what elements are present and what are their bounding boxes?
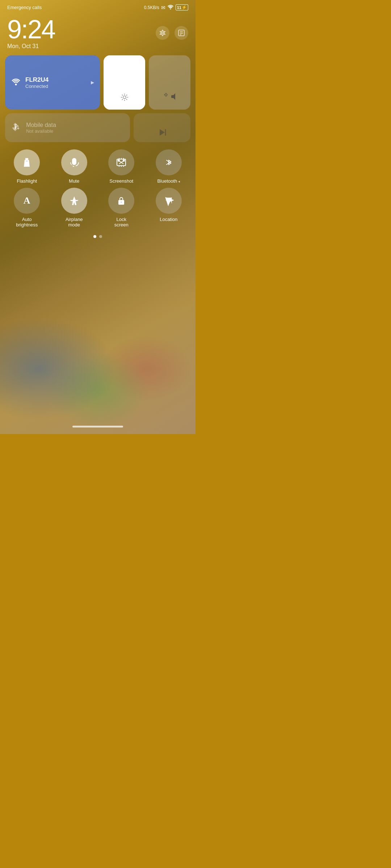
wifi-tile-icon: [11, 77, 21, 88]
airplane-mode-button[interactable]: Airplanemode: [52, 188, 96, 228]
svg-line-16: [122, 99, 122, 100]
page-dot-1: [93, 235, 96, 238]
svg-marker-25: [160, 129, 165, 136]
media-control-tile[interactable]: [134, 113, 190, 142]
volume-tile[interactable]: [149, 55, 190, 110]
home-indicator[interactable]: [72, 426, 123, 427]
mobile-data-tile[interactable]: Mobile data Not available: [5, 113, 130, 142]
network-speed: 0.5KB/s: [144, 5, 159, 10]
second-tiles-row: Mobile data Not available: [5, 113, 190, 142]
mobile-data-name: Mobile data: [26, 122, 56, 128]
clock-time: 9:24: [7, 16, 55, 42]
bluetooth-label: Bluetooth ◂: [157, 178, 180, 184]
settings-icon-button[interactable]: [156, 26, 169, 40]
svg-point-8: [123, 96, 126, 99]
flashlight-button[interactable]: Flashlight: [5, 149, 49, 184]
wifi-network-status: Connected: [25, 84, 49, 89]
mute-icon-circle: [61, 149, 87, 175]
page-indicators: [0, 231, 196, 241]
location-icon-circle: [156, 188, 182, 214]
svg-rect-28: [26, 161, 28, 162]
svg-point-2: [162, 32, 164, 34]
notification-icon: ✉: [161, 5, 165, 10]
brightness-tile[interactable]: [104, 55, 145, 110]
wifi-arrow-icon: ▶: [91, 80, 94, 85]
wifi-network-name: FLR2U4: [25, 76, 49, 84]
svg-point-39: [121, 201, 122, 203]
clock-area: 9:24 Mon, Oct 31: [0, 13, 196, 55]
quick-action-buttons: Flashlight Mute: [0, 146, 196, 228]
airplane-icon-circle: [61, 188, 87, 214]
status-right: 0.5KB/s ✉ 11 ⚡: [144, 4, 188, 10]
lock-screen-button[interactable]: Lockscreen: [100, 188, 143, 228]
lock-screen-label: Lockscreen: [114, 217, 129, 228]
mobile-data-icon: [11, 122, 22, 133]
svg-point-37: [123, 160, 125, 161]
emergency-calls-label: Emergency calls: [7, 5, 42, 10]
edit-icon-button[interactable]: [175, 26, 188, 40]
airplane-mode-label: Airplanemode: [66, 217, 83, 228]
svg-marker-1: [160, 30, 165, 36]
svg-point-36: [118, 160, 119, 161]
flashlight-label: Flashlight: [17, 178, 37, 184]
screenshot-label: Screenshot: [109, 178, 133, 184]
svg-line-14: [126, 99, 127, 100]
svg-line-13: [122, 95, 122, 95]
svg-line-15: [126, 95, 127, 95]
mobile-data-text: Mobile data Not available: [26, 122, 56, 134]
status-bar: Emergency calls 0.5KB/s ✉ 11 ⚡: [0, 0, 196, 13]
mute-button[interactable]: Mute: [52, 149, 96, 184]
svg-point-0: [170, 8, 171, 9]
top-tiles-row: FLR2U4 Connected ▶: [5, 55, 190, 110]
auto-brightness-button[interactable]: A Autobrightness: [5, 188, 49, 228]
wifi-tile[interactable]: FLR2U4 Connected ▶: [5, 55, 100, 110]
page-dot-2: [99, 235, 102, 238]
flashlight-icon-circle: [14, 149, 40, 175]
auto-brightness-label: Autobrightness: [16, 217, 38, 228]
mute-icon: [159, 92, 180, 104]
battery-charging-icon: ⚡: [182, 5, 187, 10]
svg-point-7: [15, 84, 17, 85]
lock-screen-icon-circle: [108, 188, 134, 214]
brightness-icon: [120, 93, 129, 104]
battery-indicator: 11 ⚡: [176, 4, 188, 10]
mobile-data-status: Not available: [26, 128, 56, 134]
battery-level: 11: [177, 5, 181, 10]
location-label: Location: [160, 217, 177, 222]
location-button[interactable]: Location: [147, 188, 191, 228]
auto-brightness-icon-circle: A: [14, 188, 40, 214]
buttons-row-1: Flashlight Mute: [5, 149, 190, 184]
clock-icons: [156, 26, 188, 40]
wifi-tile-text: FLR2U4 Connected: [25, 76, 49, 89]
bluetooth-button[interactable]: Bluetooth ◂: [147, 149, 191, 184]
bluetooth-icon-circle: [156, 149, 182, 175]
svg-rect-27: [25, 158, 28, 160]
tiles-section: FLR2U4 Connected ▶: [0, 55, 196, 142]
mute-label: Mute: [69, 178, 79, 184]
screenshot-icon-circle: [108, 149, 134, 175]
clock-date: Mon, Oct 31: [7, 43, 55, 50]
buttons-row-2: A Autobrightness Airplanemode: [5, 188, 190, 228]
screenshot-button[interactable]: Screenshot: [100, 149, 143, 184]
wifi-icon: [167, 4, 174, 10]
